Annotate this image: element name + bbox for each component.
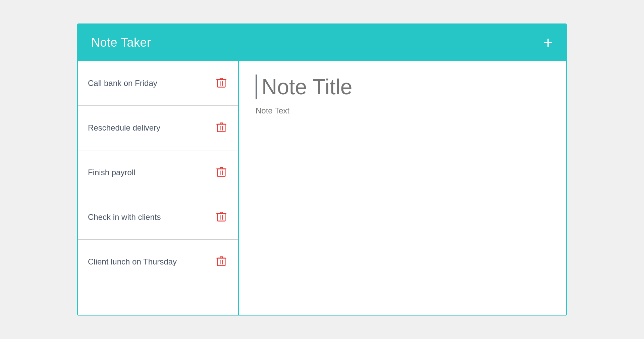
- svg-rect-0: [218, 80, 225, 87]
- delete-note-button[interactable]: [215, 209, 228, 225]
- note-item-title: Finish payroll: [88, 168, 135, 177]
- delete-note-button[interactable]: [215, 76, 228, 91]
- svg-rect-21: [218, 213, 225, 221]
- note-text-input[interactable]: [256, 106, 549, 115]
- note-list-item[interactable]: Check in with clients: [78, 195, 238, 240]
- empty-note-slot: [78, 284, 238, 315]
- note-list-item[interactable]: Call bank on Friday: [78, 61, 238, 106]
- trash-icon: [216, 77, 226, 89]
- delete-note-button[interactable]: [215, 254, 228, 270]
- delete-note-button[interactable]: [215, 120, 228, 136]
- svg-rect-14: [218, 169, 225, 177]
- note-item-title: Check in with clients: [88, 212, 161, 222]
- app-container: Note Taker + Call bank on Friday Resched…: [77, 23, 567, 316]
- trash-icon: [216, 256, 226, 267]
- note-list-item[interactable]: Client lunch on Thursday: [78, 240, 238, 284]
- trash-icon: [216, 211, 226, 223]
- note-title-input[interactable]: [256, 75, 549, 99]
- app-header: Note Taker +: [78, 24, 566, 61]
- app-title: Note Taker: [91, 36, 151, 50]
- svg-rect-28: [218, 258, 225, 266]
- note-item-title: Reschedule delivery: [88, 123, 160, 133]
- delete-note-button[interactable]: [215, 165, 228, 181]
- trash-icon: [216, 122, 226, 133]
- add-note-button[interactable]: +: [543, 35, 553, 51]
- note-list-item[interactable]: Finish payroll: [78, 150, 238, 195]
- trash-icon: [216, 166, 226, 178]
- svg-rect-7: [218, 124, 225, 132]
- notes-sidebar: Call bank on Friday Reschedule delivery: [78, 61, 239, 315]
- note-list-item[interactable]: Reschedule delivery: [78, 106, 238, 150]
- main-content: Call bank on Friday Reschedule delivery: [78, 61, 566, 315]
- note-editor: [239, 61, 566, 315]
- note-item-title: Client lunch on Thursday: [88, 257, 177, 267]
- note-item-title: Call bank on Friday: [88, 79, 157, 88]
